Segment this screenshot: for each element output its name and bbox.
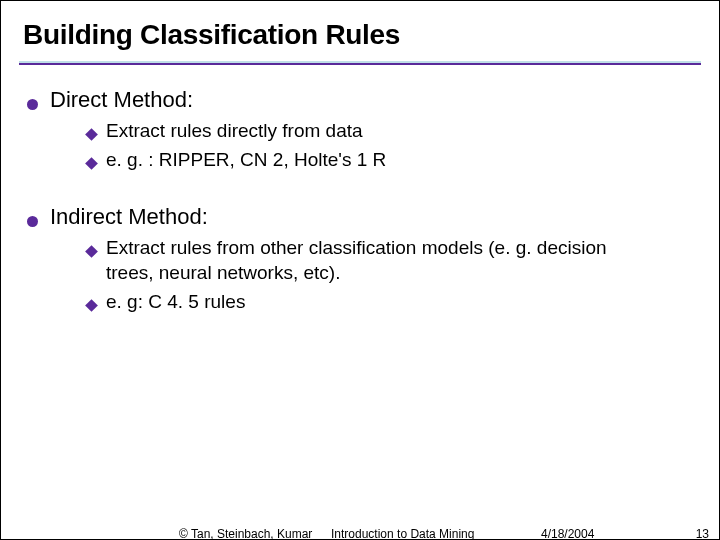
- slide: Building Classification Rules Direct Met…: [0, 0, 720, 540]
- bullet-level2: e. g. : RIPPER, CN 2, Holte's 1 R: [87, 148, 697, 173]
- section-heading: Indirect Method:: [50, 204, 208, 230]
- bullet-text: Extract rules from other classification …: [106, 236, 646, 285]
- title-divider: [19, 61, 701, 65]
- diamond-bullet-icon: [85, 246, 98, 259]
- bullet-level2: e. g: C 4. 5 rules: [87, 290, 697, 315]
- circle-bullet-icon: [27, 216, 38, 227]
- diamond-bullet-icon: [85, 128, 98, 141]
- diamond-bullet-icon: [85, 157, 98, 170]
- bullet-level1: Indirect Method:: [27, 204, 697, 230]
- slide-title: Building Classification Rules: [23, 19, 697, 51]
- bullet-text: e. g: C 4. 5 rules: [106, 290, 646, 315]
- section-heading: Direct Method:: [50, 87, 193, 113]
- bullet-level2: Extract rules from other classification …: [87, 236, 697, 285]
- footer-course: Introduction to Data Mining: [331, 527, 474, 540]
- slide-body: Direct Method: Extract rules directly fr…: [23, 87, 697, 314]
- footer-page-number: 13: [696, 527, 709, 540]
- diamond-bullet-icon: [85, 299, 98, 312]
- footer-date: 4/18/2004: [541, 527, 594, 540]
- circle-bullet-icon: [27, 99, 38, 110]
- bullet-text: Extract rules directly from data: [106, 119, 646, 144]
- spacer: [27, 176, 697, 204]
- bullet-level1: Direct Method:: [27, 87, 697, 113]
- bullet-text: e. g. : RIPPER, CN 2, Holte's 1 R: [106, 148, 646, 173]
- footer-copyright: © Tan, Steinbach, Kumar: [179, 527, 312, 540]
- bullet-level2: Extract rules directly from data: [87, 119, 697, 144]
